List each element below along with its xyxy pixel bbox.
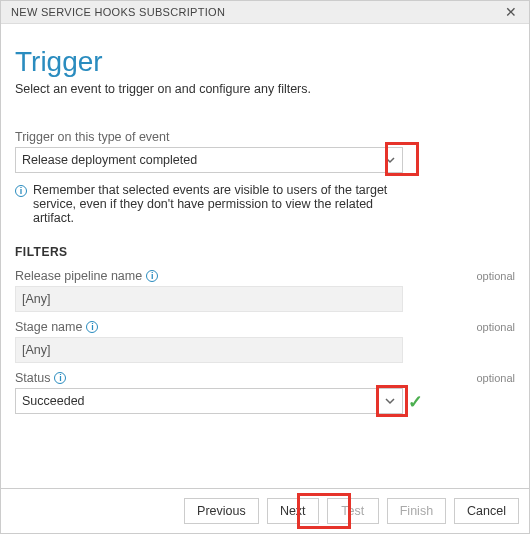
dialog-content: Trigger Select an event to trigger on an…: [1, 24, 529, 414]
event-type-label: Trigger on this type of event: [15, 130, 169, 144]
pipeline-value: [Any]: [22, 292, 51, 306]
pipeline-field: Release pipeline name i optional [Any]: [15, 269, 515, 312]
filters-heading: FILTERS: [15, 245, 515, 259]
pipeline-select[interactable]: [Any]: [15, 286, 403, 312]
remember-text: Remember that selected events are visibl…: [33, 183, 403, 225]
optional-tag: optional: [476, 270, 515, 282]
event-type-value: Release deployment completed: [22, 153, 197, 167]
stage-value: [Any]: [22, 343, 51, 357]
status-field: Status i optional Succeeded ✓: [15, 371, 515, 414]
event-type-select[interactable]: Release deployment completed: [15, 147, 403, 173]
stage-select[interactable]: [Any]: [15, 337, 403, 363]
page-title: Trigger: [15, 46, 515, 78]
next-button[interactable]: Next: [267, 498, 319, 524]
pipeline-label: Release pipeline name: [15, 269, 142, 283]
status-select[interactable]: Succeeded: [15, 388, 403, 414]
stage-label: Stage name: [15, 320, 82, 334]
optional-tag: optional: [476, 372, 515, 384]
finish-button[interactable]: Finish: [387, 498, 446, 524]
status-value: Succeeded: [22, 394, 85, 408]
page-subtitle: Select an event to trigger on and config…: [15, 82, 515, 96]
info-icon: i: [86, 321, 98, 333]
chevron-down-icon: [378, 148, 402, 172]
chevron-down-icon: [378, 389, 402, 413]
status-label: Status: [15, 371, 50, 385]
cancel-button[interactable]: Cancel: [454, 498, 519, 524]
close-icon[interactable]: ✕: [501, 4, 521, 20]
checkmark-icon: ✓: [408, 391, 423, 413]
info-icon: i: [15, 185, 27, 197]
stage-field: Stage name i optional [Any]: [15, 320, 515, 363]
info-icon: i: [146, 270, 158, 282]
event-type-field: Trigger on this type of event Release de…: [15, 130, 515, 173]
title-bar: NEW SERVICE HOOKS SUBSCRIPTION ✕: [1, 1, 529, 24]
info-icon: i: [54, 372, 66, 384]
previous-button[interactable]: Previous: [184, 498, 259, 524]
test-button[interactable]: Test: [327, 498, 379, 524]
window-title: NEW SERVICE HOOKS SUBSCRIPTION: [11, 6, 225, 18]
remember-note: i Remember that selected events are visi…: [15, 183, 403, 225]
dialog-footer: Previous Next Test Finish Cancel: [1, 488, 529, 533]
optional-tag: optional: [476, 321, 515, 333]
